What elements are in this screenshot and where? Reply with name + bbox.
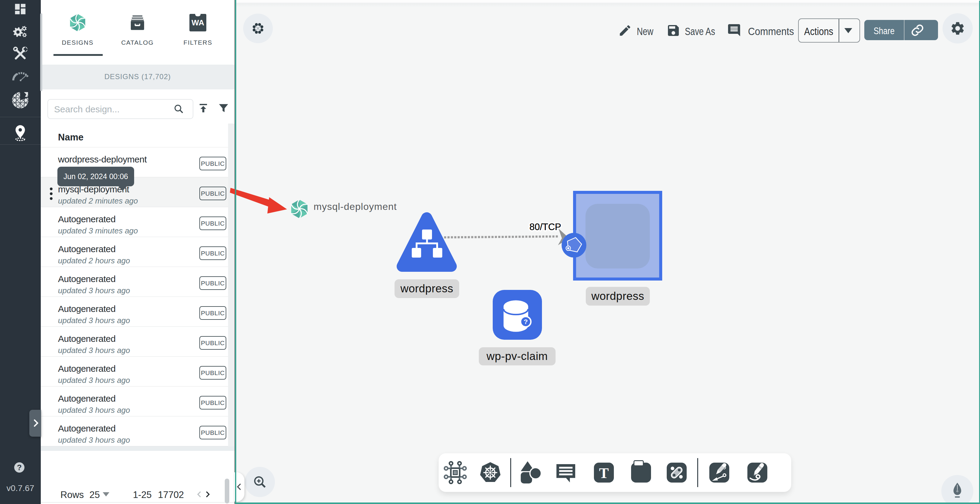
svg-text:?: ? [523,318,528,326]
svg-text:80/TCP: 80/TCP [529,222,561,232]
